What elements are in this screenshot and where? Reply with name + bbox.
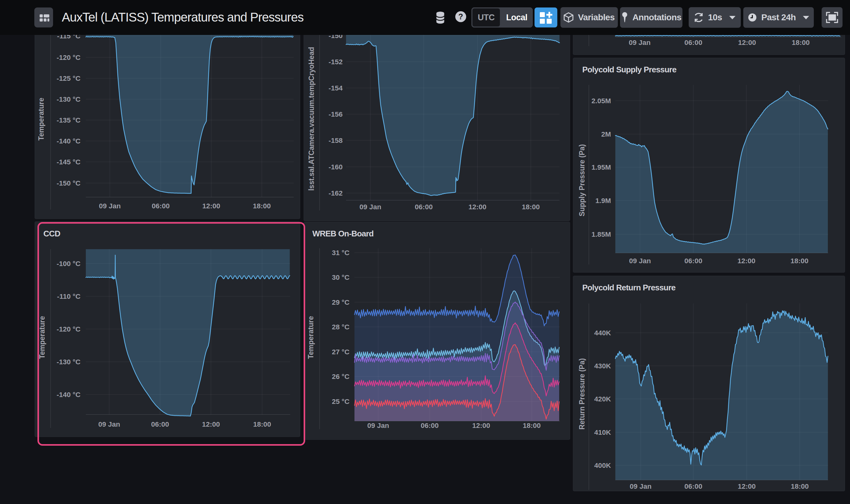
svg-text:12:00: 12:00 — [472, 422, 490, 430]
svg-text:Supply Pressure (Pa): Supply Pressure (Pa) — [578, 144, 586, 216]
svg-text:27 °C: 27 °C — [332, 348, 350, 356]
svg-text:06:00: 06:00 — [684, 39, 703, 47]
svg-text:Temperature: Temperature — [37, 97, 45, 141]
svg-text:18:00: 18:00 — [792, 39, 810, 47]
svg-text:410K: 410K — [594, 429, 611, 436]
svg-text:09 Jan: 09 Jan — [630, 483, 652, 490]
svg-text:18:00: 18:00 — [791, 483, 809, 490]
svg-text:06:00: 06:00 — [415, 203, 433, 211]
svg-text:09 Jan: 09 Jan — [359, 203, 381, 211]
svg-text:1.9M: 1.9M — [596, 197, 611, 204]
svg-text:-162: -162 — [329, 189, 343, 197]
svg-text:09 Jan: 09 Jan — [99, 202, 121, 210]
svg-text:-135 °C: -135 °C — [56, 116, 81, 124]
svg-text:-158: -158 — [329, 137, 343, 144]
svg-text:12:00: 12:00 — [468, 203, 486, 211]
svg-text:-120 °C: -120 °C — [56, 54, 81, 61]
svg-text:26 °C: 26 °C — [332, 373, 350, 380]
svg-text:-145 °C: -145 °C — [56, 158, 81, 166]
svg-text:09 Jan: 09 Jan — [367, 422, 389, 430]
svg-text:25 °C: 25 °C — [332, 398, 350, 406]
svg-text:-152: -152 — [329, 58, 343, 66]
svg-text:06:00: 06:00 — [684, 257, 703, 265]
svg-text:18:00: 18:00 — [253, 202, 271, 210]
svg-text:29 °C: 29 °C — [332, 299, 350, 306]
svg-text:12:00: 12:00 — [202, 202, 220, 210]
svg-text:06:00: 06:00 — [152, 202, 170, 210]
svg-text:12:00: 12:00 — [738, 483, 756, 490]
svg-text:-130 °C: -130 °C — [56, 95, 81, 103]
svg-text:430K: 430K — [594, 362, 611, 370]
svg-text:Temperature: Temperature — [307, 316, 315, 359]
svg-text:Return Pressure (Pa): Return Pressure (Pa) — [578, 358, 586, 430]
svg-text:-156: -156 — [329, 110, 343, 118]
svg-text:28 °C: 28 °C — [332, 323, 350, 331]
svg-text:09 Jan: 09 Jan — [629, 39, 651, 47]
svg-text:12:00: 12:00 — [738, 39, 756, 47]
svg-text:12:00: 12:00 — [737, 257, 756, 265]
svg-text:30 °C: 30 °C — [332, 273, 350, 281]
svg-text:420K: 420K — [594, 395, 611, 403]
svg-text:1.85M: 1.85M — [591, 231, 611, 238]
svg-text:-150 °C: -150 °C — [56, 179, 81, 187]
svg-text:18:00: 18:00 — [791, 257, 809, 265]
svg-text:06:00: 06:00 — [684, 483, 703, 490]
svg-text:18:00: 18:00 — [522, 203, 540, 211]
svg-text:400K: 400K — [594, 462, 611, 469]
svg-text:1.95M: 1.95M — [591, 163, 611, 171]
svg-text:2.05M: 2.05M — [591, 97, 611, 105]
svg-text:2M: 2M — [601, 130, 611, 138]
svg-text:-160: -160 — [329, 163, 343, 171]
svg-text:-140 °C: -140 °C — [56, 137, 81, 145]
svg-text:09 Jan: 09 Jan — [629, 257, 651, 265]
svg-text:18:00: 18:00 — [523, 422, 541, 430]
svg-text:06:00: 06:00 — [421, 422, 439, 430]
svg-text:31 °C: 31 °C — [332, 249, 350, 257]
svg-text:-125 °C: -125 °C — [56, 74, 81, 82]
svg-text:lsst.sal.ATCamera.vacuum.tempC: lsst.sal.ATCamera.vacuum.tempCryoHead — [307, 47, 316, 191]
svg-text:440K: 440K — [594, 329, 611, 337]
svg-text:-154: -154 — [329, 84, 343, 92]
